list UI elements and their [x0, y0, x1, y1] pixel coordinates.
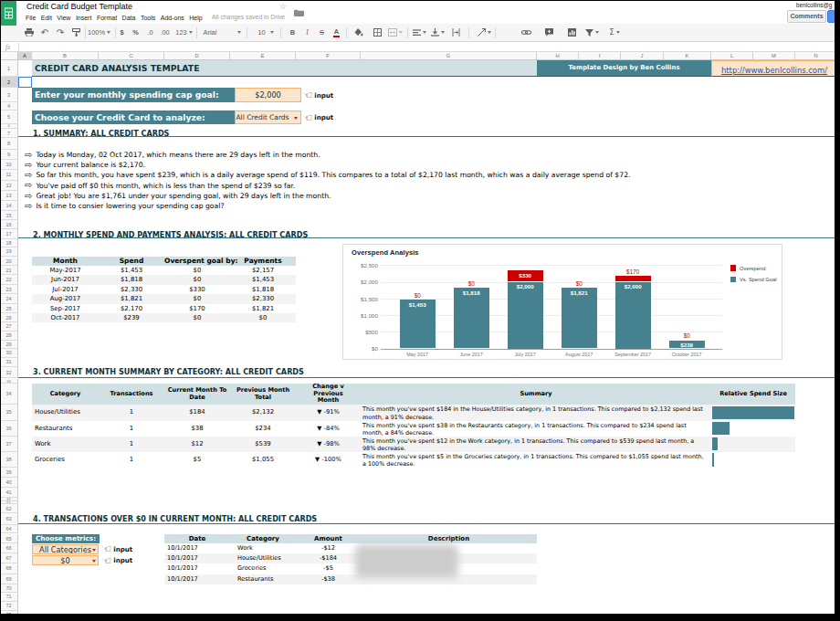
summary-bullet-3: ⇨So far this month, you have spent $239,…	[25, 170, 630, 180]
category-table-header: Previous Month Total	[230, 387, 296, 401]
choose-metrics-label: Choose metrics:	[32, 534, 100, 544]
spend-table-cell: $1,453	[230, 275, 296, 284]
input-label: input	[314, 113, 333, 121]
transaction-amount: -$38	[296, 574, 361, 584]
card-select-value-text: All Credit Cards	[236, 113, 289, 121]
category-table-header: Change v Previous Month	[296, 384, 361, 404]
transaction-date: 10/1/2017	[164, 574, 230, 584]
chart-y-tick-label: $1,500	[347, 296, 378, 302]
chart-y-tick-label: $2,000	[347, 279, 378, 285]
chart-y-tick-label: $2,500	[347, 262, 378, 268]
spend-table-cell: May-2017	[32, 266, 99, 275]
spend-table-row: Jun-2017$1,818$0$1,453	[32, 275, 296, 284]
metrics-amount[interactable]: $0	[32, 555, 99, 565]
bullet-text: Great job! You are $1,761 under your spe…	[36, 192, 331, 200]
spend-table-cell: $1,821	[230, 304, 296, 313]
spend-table-header: Spend	[99, 257, 164, 267]
chart-overspend-label: $170	[610, 268, 656, 275]
category-cell-change: ▼ -91%	[296, 405, 361, 421]
transactions-row: 10/1/2017Groceries-$5	[164, 563, 537, 574]
category-cell-current: $184	[164, 405, 230, 421]
bullet-arrow-icon: ⇨	[25, 170, 32, 180]
chart-title: Overspend Analysis	[352, 248, 419, 257]
metrics-amount-dropdown-icon[interactable]	[92, 560, 96, 563]
website-link[interactable]: http://www.benlcollins.com/	[721, 66, 827, 75]
input-label: input	[113, 545, 132, 553]
category-cell-transactions: 1	[99, 421, 164, 437]
hand-pointer-icon: ☜	[101, 543, 111, 553]
cap-goal-label: Enter your monthly spending cap goal:	[32, 88, 235, 102]
hand-pointer-icon: ☜	[302, 89, 312, 100]
cap-goal-input-note: ☜input	[302, 88, 333, 102]
summary-bullet-1: ⇨Today is Monday, 02 Oct 2017, which mea…	[25, 150, 320, 160]
spend-table-cell: $170	[164, 304, 230, 313]
transactions-header: Date	[164, 534, 230, 544]
cap-goal-value[interactable]: $2,000	[235, 88, 301, 102]
metrics-category-dropdown-icon[interactable]	[92, 549, 96, 552]
spend-table-cell: Oct-2017	[32, 313, 99, 322]
chart-overspend-label: $0	[664, 332, 710, 339]
category-cell-relative	[711, 421, 795, 437]
input-label: input	[314, 91, 333, 100]
category-cell-summary: This month you've spent $5 in the Grocer…	[361, 452, 711, 468]
category-table-header-row: CategoryTransactionsCurrent Month To Dat…	[32, 384, 795, 405]
metrics-category-text: All Categories	[39, 545, 91, 554]
category-cell-previous: $1,055	[230, 452, 296, 468]
chart-overspend-label: $0	[448, 280, 495, 287]
category-cell-name: Groceries	[32, 452, 99, 468]
chart-y-tick-label: $500	[347, 329, 378, 335]
chart-x-axis-line	[381, 349, 722, 350]
banner-link-cell[interactable]: http://www.benlcollins.com/	[711, 60, 837, 77]
category-table-row: Groceries1$5$1,055▼ -100%This month you'…	[32, 452, 795, 468]
category-table-row: Work1$12$539▼ -98%This month you've spen…	[32, 437, 795, 452]
card-select-value[interactable]: All Credit Cards	[235, 111, 301, 124]
spend-table-header: Month	[32, 257, 99, 267]
sheets-logo-icon[interactable]	[1, 1, 16, 26]
relative-spend-bar	[712, 422, 730, 435]
card-select-dropdown-icon[interactable]	[294, 117, 298, 120]
spend-table-cell: Jun-2017	[32, 275, 99, 284]
category-cell-transactions: 1	[99, 437, 164, 452]
banner-credit-cell: Template Design by Ben Collins	[537, 60, 711, 77]
transactions-header: Amount	[296, 534, 361, 544]
section-4-header: 4. TRANSACTIONS OVER $0 IN CURRENT MONTH…	[18, 513, 837, 524]
section-3-header: 3. CURRENT MONTH SUMMARY BY CATEGORY: AL…	[18, 367, 837, 378]
spend-table-cell: $1,818	[230, 285, 296, 294]
category-cell-summary: This month you've spent $184 in the Hous…	[361, 405, 711, 421]
bullet-text: Today is Monday, 02 Oct 2017, which mean…	[36, 151, 320, 159]
transaction-date: 10/1/2017	[164, 543, 230, 553]
metrics-amount-input-note: ☜input	[101, 555, 132, 565]
bullet-arrow-icon: ⇨	[25, 191, 32, 201]
summary-bullet-5: ⇨Great job! You are $1,761 under your sp…	[25, 191, 331, 201]
spend-table-cell: $1,821	[99, 294, 164, 303]
spend-table-cell: $0	[230, 313, 296, 322]
chart-bar-label: $1,453	[400, 301, 436, 308]
summary-bullet-2: ⇨Your current balance is $2,170.	[25, 160, 145, 170]
spend-table-header: Overspent goal by:	[164, 257, 230, 267]
chart-gridline	[381, 265, 722, 266]
relative-spend-bar	[712, 437, 718, 450]
chart-y-tick-label: $0	[347, 345, 378, 352]
metrics-category[interactable]: All Categories	[32, 544, 99, 555]
chart-bar-label: $239	[669, 342, 705, 348]
transactions-header-row: DateCategoryAmountDescription	[164, 534, 537, 544]
chart-bar-label: $2,000	[508, 283, 543, 289]
chart-gridline	[381, 282, 722, 283]
card-select-label: Choose your Credit Card to analyze:	[32, 111, 235, 124]
spend-table-cell: $2,330	[230, 294, 296, 303]
chart-overspend-label: $0	[394, 292, 441, 299]
selected-cell-a2[interactable]	[18, 77, 32, 88]
category-table-header: Relative Spend Size	[711, 391, 795, 397]
spend-table-cell: Sep-2017	[32, 304, 99, 313]
banner-title-cell: CREDIT CARD ANALYSIS TEMPLATE	[32, 60, 537, 77]
relative-spend-bar	[712, 406, 794, 420]
chart-bar-goal	[508, 282, 543, 349]
transaction-category: Groceries	[230, 563, 296, 574]
chart-legend-label: Vs. Spend Goal	[740, 277, 777, 282]
transaction-category: Restaurants	[230, 574, 296, 584]
transactions-header: Description	[361, 534, 537, 544]
bullet-text: Is it time to consier lowering your spen…	[36, 202, 224, 210]
category-cell-previous: $2,132	[230, 405, 296, 421]
section-1-header: 1. SUMMARY: ALL CREDIT CARDS	[18, 129, 837, 138]
chart-bar-label: $2,000	[615, 283, 651, 289]
